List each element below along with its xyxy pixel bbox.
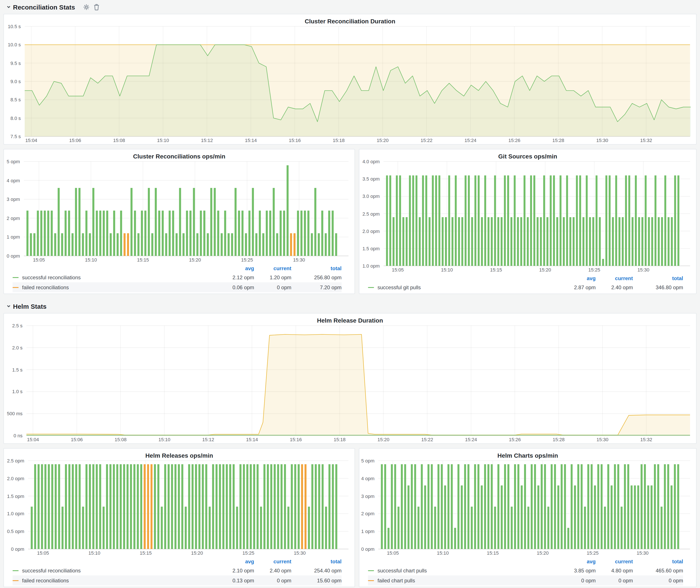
legend-col-current[interactable]: current <box>254 558 291 564</box>
x-tick-label: 15:20 <box>539 267 551 272</box>
plot-area[interactable] <box>28 461 348 549</box>
legend-col-current[interactable]: current <box>254 265 291 271</box>
y-tick-label: 500 ms <box>7 411 23 416</box>
x-tick-label: 15:05 <box>387 550 399 556</box>
y-tick-label: 5 opm <box>361 458 374 463</box>
section-title[interactable]: Reconciliation Stats <box>13 3 75 11</box>
x-tick-label: 15:10 <box>441 267 453 272</box>
x-tick-label: 15:25 <box>587 550 598 556</box>
series-name[interactable]: successful chart pulls <box>377 567 558 573</box>
legend-total-value: 256.80 opm <box>291 274 342 280</box>
legend-col-avg[interactable]: avg <box>558 558 596 564</box>
x-tick-label: 15:15 <box>140 550 152 556</box>
x-tick-label: 15:25 <box>242 550 254 556</box>
trash-icon[interactable] <box>94 4 100 10</box>
legend-total-value: 254.40 opm <box>291 567 342 573</box>
y-tick-label: 1.0 s <box>12 389 23 394</box>
section-title[interactable]: Helm Stats <box>13 302 47 310</box>
x-axis: 15:0515:1015:1515:2015:2515:30 <box>28 549 348 557</box>
plot-area[interactable] <box>25 26 690 136</box>
legend-total-value: 346.80 opm <box>633 284 683 290</box>
legend-total-value: 7.20 opm <box>291 284 342 290</box>
y-tick-label: 9.0 s <box>10 79 21 84</box>
series-name[interactable]: successful reconciliations <box>22 274 217 280</box>
panel-title[interactable]: Helm Charts ops/min <box>359 449 696 461</box>
x-tick-label: 15:14 <box>245 138 257 143</box>
plot-area[interactable] <box>378 461 690 549</box>
y-axis: 0 opm1 opm2 opm3 opm4 opm5 opm <box>359 461 378 549</box>
legend-col-total[interactable]: total <box>291 558 342 564</box>
legend-current-value: 2.40 opm <box>254 567 291 573</box>
legend-col-current[interactable]: current <box>596 558 633 564</box>
legend-row: failed chart pulls 0 opm 0 opm 0 opm <box>368 575 683 585</box>
series-name[interactable]: successful reconciliations <box>22 567 217 573</box>
chevron-down-icon[interactable] <box>6 4 11 10</box>
y-tick-label: 1 opm <box>361 529 374 534</box>
x-tick-label: 15:15 <box>490 267 502 272</box>
x-tick-label: 15:20 <box>191 550 203 556</box>
y-axis: 2.5 s2.0 s1.5 s1.0 s500 ms0 ns <box>4 326 26 436</box>
chart-svg <box>25 26 690 136</box>
panel-title[interactable]: Git Sources ops/min <box>359 149 696 162</box>
legend-avg-value: 2.10 opm <box>217 567 254 573</box>
legend-row: successful reconciliations 2.10 opm 2.40… <box>13 565 342 575</box>
y-tick-label: 3 opm <box>7 197 20 202</box>
plot-area[interactable] <box>26 326 690 436</box>
series-name[interactable]: failed reconciliations <box>22 284 217 290</box>
series-swatch <box>368 287 374 288</box>
x-tick-label: 15:30 <box>597 437 608 442</box>
legend-col-current[interactable]: current <box>596 275 633 281</box>
x-tick-label: 15:22 <box>421 437 433 442</box>
plot-area[interactable] <box>384 162 690 266</box>
legend-col-total[interactable]: total <box>633 558 683 564</box>
x-tick-label: 15:12 <box>201 138 213 143</box>
gear-icon[interactable] <box>83 4 90 10</box>
y-tick-label: 1.5 s <box>12 367 23 372</box>
series-name[interactable]: failed chart pulls <box>377 577 558 583</box>
y-tick-label: 10.5 s <box>8 24 21 29</box>
series-swatch <box>368 570 374 571</box>
series-swatch <box>13 570 19 571</box>
y-tick-label: 2.5 s <box>12 323 23 328</box>
section-header-reconciliation-stats[interactable]: Reconciliation Stats <box>3 0 697 14</box>
legend-row: successful chart pulls 3.85 opm 4.80 opm… <box>368 565 683 575</box>
legend-col-avg[interactable]: avg <box>217 265 254 271</box>
legend-row: failed reconciliations 0.06 opm 0 opm 7.… <box>13 282 342 292</box>
y-tick-label: 3.0 opm <box>363 194 380 199</box>
panel-title[interactable]: Helm Release Duration <box>4 313 696 326</box>
y-tick-label: 1.5 opm <box>363 246 380 251</box>
x-tick-label: 15:05 <box>37 550 49 556</box>
legend-header: avg current total <box>368 557 683 565</box>
plot-area[interactable] <box>24 162 348 256</box>
legend-col-avg[interactable]: avg <box>217 558 254 564</box>
series-swatch <box>13 580 19 581</box>
series-name[interactable]: failed reconciliations <box>22 577 217 583</box>
series-name[interactable]: successful git pulls <box>377 284 558 290</box>
y-axis: 1.0 opm1.5 opm2.0 opm2.5 opm3.0 opm3.5 o… <box>359 162 384 266</box>
panel-title[interactable]: Cluster Reconciliation Duration <box>4 14 696 26</box>
chevron-down-icon[interactable] <box>6 304 11 309</box>
x-tick-label: 15:10 <box>157 138 169 143</box>
y-tick-label: 2.0 s <box>12 345 23 350</box>
y-axis: 10.5 s10.0 s9.5 s9.0 s8.5 s8.0 s7.5 s <box>4 26 25 136</box>
y-tick-label: 2 opm <box>7 216 20 221</box>
legend-col-total[interactable]: total <box>633 275 683 281</box>
x-tick-label: 15:20 <box>537 550 549 556</box>
legend-avg-value: 0 opm <box>558 577 596 583</box>
section-header-helm-stats[interactable]: Helm Stats <box>3 296 697 313</box>
y-tick-label: 2.5 opm <box>363 211 380 216</box>
y-tick-label: 2.5 opm <box>7 458 24 463</box>
x-tick-label: 15:18 <box>333 138 345 143</box>
panel-title[interactable]: Helm Releases ops/min <box>4 449 355 461</box>
panel-cluster-reconciliation-duration: Cluster Reconciliation Duration 10.5 s10… <box>3 14 697 145</box>
y-tick-label: 4 opm <box>7 178 20 183</box>
legend-total-value: 465.60 opm <box>633 567 683 573</box>
x-tick-label: 15:15 <box>487 550 499 556</box>
legend-col-avg[interactable]: avg <box>558 275 596 281</box>
legend-col-total[interactable]: total <box>291 265 342 271</box>
dashboard: Reconciliation Stats Cluster Reconciliat… <box>0 0 700 588</box>
x-tick-label: 15:05 <box>392 267 404 272</box>
panel-helm-release-duration: Helm Release Duration 2.5 s2.0 s1.5 s1.0… <box>3 313 697 444</box>
panel-title[interactable]: Cluster Reconciliations ops/min <box>4 149 355 162</box>
x-tick-label: 15:18 <box>334 437 345 442</box>
